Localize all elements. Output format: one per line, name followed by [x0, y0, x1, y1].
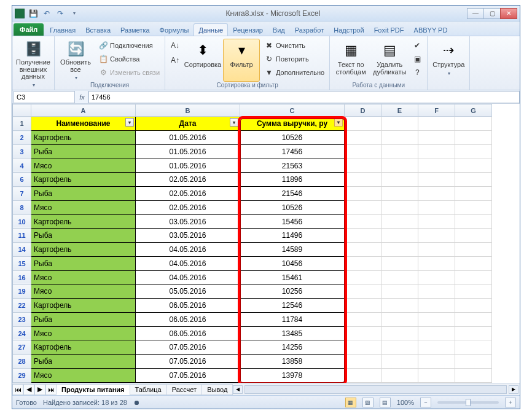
cell-empty[interactable]	[418, 312, 455, 326]
view-page-layout-button[interactable]: ▧	[362, 398, 374, 407]
cell-date[interactable]: 02.05.2016	[136, 173, 240, 187]
cell-name[interactable]: Мясо	[31, 368, 136, 382]
name-box[interactable]: C3	[14, 91, 75, 103]
cell-empty[interactable]	[381, 144, 418, 159]
refresh-all-button[interactable]: 🔄 Обновить все	[57, 39, 94, 82]
col-header-F[interactable]: F	[418, 104, 455, 117]
ribbon-tab-разметка[interactable]: Разметка	[115, 23, 155, 36]
cell-date[interactable]: 07.05.2016	[136, 368, 240, 382]
cell-sum[interactable]: 13858	[240, 355, 345, 369]
cell-empty[interactable]	[455, 326, 492, 340]
cell-empty[interactable]	[381, 368, 418, 382]
cell-date[interactable]: 01.05.2016	[136, 159, 240, 173]
cell-name[interactable]: Картофель	[31, 214, 136, 229]
cell-sum[interactable]: 15456	[240, 214, 345, 229]
filter-button[interactable]: ▾ Фильтр	[223, 39, 260, 82]
sort-desc-button[interactable]: A↑	[168, 53, 182, 67]
cell-name[interactable]: Рыба	[31, 312, 136, 326]
cell-date[interactable]: 04.05.2016	[136, 270, 240, 285]
sheet-tab-3[interactable]: Вывод	[201, 384, 233, 395]
cell-sum[interactable]: 14256	[240, 340, 345, 355]
data-validation-button[interactable]: ✔	[410, 39, 424, 52]
cell-name[interactable]: Картофель	[31, 243, 136, 257]
tab-nav-prev[interactable]: ◀	[23, 384, 34, 395]
sort-asc-button[interactable]: A↓	[168, 39, 182, 52]
cell-empty[interactable]	[418, 340, 455, 355]
row-header-7[interactable]: 7	[13, 187, 31, 201]
cell-empty[interactable]	[455, 299, 492, 313]
row-header-19[interactable]: 19	[13, 285, 31, 299]
cell-name[interactable]: Мясо	[31, 200, 136, 214]
cell-sum[interactable]: 11496	[240, 229, 345, 243]
cell-empty[interactable]	[455, 312, 492, 326]
select-all-corner[interactable]	[13, 104, 31, 117]
cell-sum[interactable]: 21563	[240, 159, 345, 173]
cell-name[interactable]: Рыба	[31, 187, 136, 201]
sheet-tab-0[interactable]: Продукты питания	[56, 384, 130, 395]
cell-empty[interactable]	[418, 299, 455, 313]
filter-dropdown-c[interactable]: ▼	[334, 118, 343, 127]
row-header-29[interactable]: 29	[13, 368, 31, 382]
cell-empty[interactable]	[345, 131, 381, 145]
col-header-D[interactable]: D	[345, 104, 381, 117]
cell-name[interactable]: Рыба	[31, 256, 136, 270]
cell-date[interactable]: 02.05.2016	[136, 200, 240, 214]
row-header-8[interactable]: 8	[13, 200, 31, 214]
cell-sum[interactable]: 17456	[240, 144, 345, 159]
cell-empty[interactable]	[418, 229, 455, 243]
cell-empty[interactable]	[381, 285, 418, 299]
cell-empty[interactable]	[455, 355, 492, 369]
cell-empty[interactable]	[455, 340, 492, 355]
cell-empty[interactable]	[345, 312, 381, 326]
cell-date[interactable]: 03.05.2016	[136, 229, 240, 243]
ribbon-tab-рецензир[interactable]: Рецензир	[228, 23, 268, 36]
cell-empty[interactable]	[381, 256, 418, 270]
cell-name[interactable]: Картофель	[31, 131, 136, 145]
cell-empty[interactable]	[345, 144, 381, 159]
cell-empty[interactable]	[381, 159, 418, 173]
cell-empty[interactable]	[381, 200, 418, 214]
cell-empty[interactable]	[455, 368, 492, 382]
cell-sum[interactable]: 14589	[240, 243, 345, 257]
cell-sum[interactable]: 13485	[240, 326, 345, 340]
edit-links-button[interactable]: ⚙ Изменить связи	[96, 66, 162, 79]
cell-empty[interactable]	[345, 200, 381, 214]
row-header-10[interactable]: 10	[13, 214, 31, 229]
cell-empty[interactable]	[345, 173, 381, 187]
cell-empty[interactable]	[381, 270, 418, 285]
cell-empty[interactable]	[418, 144, 455, 159]
cell-empty[interactable]	[381, 355, 418, 369]
cell-empty[interactable]	[455, 243, 492, 257]
cell-date[interactable]: 07.05.2016	[136, 355, 240, 369]
table-header-c[interactable]: Сумма выручки, ру▼	[240, 117, 345, 131]
redo-icon[interactable]: ↷	[55, 9, 65, 18]
ribbon-tab-abbyy pd[interactable]: ABBYY PD	[409, 23, 453, 36]
cell-empty[interactable]	[418, 187, 455, 201]
formula-input[interactable]: 17456	[88, 91, 520, 103]
cell-empty[interactable]	[455, 256, 492, 270]
get-external-data-button[interactable]: 🗄️ Получение внешних данных	[15, 39, 52, 82]
cell-empty[interactable]	[345, 256, 381, 270]
view-normal-button[interactable]: ▦	[345, 398, 356, 407]
worksheet-grid[interactable]: ABCDEFG1Наименование▾Дата▾Сумма выручки,…	[12, 104, 492, 383]
cell-empty[interactable]	[381, 131, 418, 145]
ribbon-tab-разработ[interactable]: Разработ	[290, 23, 329, 36]
cell-name[interactable]: Мясо	[31, 159, 136, 173]
cell-empty[interactable]	[345, 270, 381, 285]
clear-filter-button[interactable]: ✖ Очистить	[262, 39, 327, 52]
cell-name[interactable]: Мясо	[31, 326, 136, 340]
row-header-1[interactable]: 1	[13, 117, 31, 131]
cell-empty[interactable]	[345, 214, 381, 229]
minimize-button[interactable]: —	[467, 8, 484, 19]
save-icon[interactable]: 💾	[28, 9, 38, 18]
ribbon-tab-данные[interactable]: Данные	[194, 23, 228, 36]
cell-empty[interactable]	[455, 285, 492, 299]
cell-empty[interactable]	[381, 326, 418, 340]
row-header-2[interactable]: 2	[13, 131, 31, 145]
row-header-24[interactable]: 24	[13, 326, 31, 340]
qat-customize-icon[interactable]	[69, 9, 79, 18]
cell-empty[interactable]	[345, 159, 381, 173]
connections-button[interactable]: 🔗 Подключения	[96, 39, 162, 52]
table-header-a[interactable]: Наименование▾	[31, 117, 136, 131]
properties-button[interactable]: 📋 Свойства	[96, 52, 162, 66]
